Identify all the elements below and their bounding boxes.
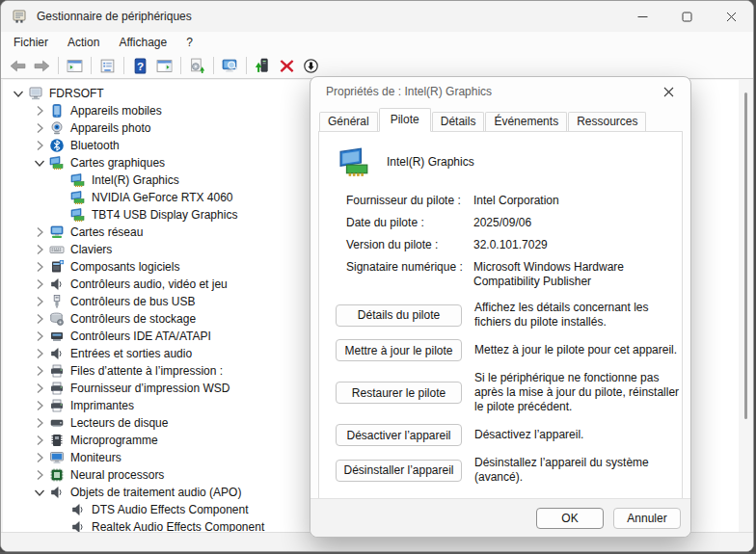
toolbar-separator [123, 57, 124, 74]
uninstall-device-button[interactable]: Désinstaller l’appareil [336, 460, 462, 482]
toolbar-separator [213, 57, 214, 74]
minimize-icon [637, 12, 648, 22]
chevron-right-icon[interactable] [32, 259, 47, 275]
field-label: Version du pilote : [346, 238, 473, 252]
chevron-right-icon[interactable] [32, 224, 47, 240]
driver-field-row: Signataire numérique :Microsoft Windows … [346, 260, 682, 289]
chevron-right-icon[interactable] [32, 363, 47, 379]
field-label: Date du pilote : [346, 216, 473, 230]
keyboard-icon [49, 242, 65, 257]
chevron-right-icon[interactable] [32, 398, 47, 413]
search-computer-icon [222, 58, 238, 74]
ok-button[interactable]: OK [536, 508, 604, 529]
chevron-right-icon[interactable] [32, 277, 47, 292]
forward-arrow-icon [34, 58, 50, 74]
bluetooth-icon [49, 138, 65, 153]
menu-aide[interactable]: ? [176, 34, 202, 51]
tab-details[interactable]: Détails [432, 112, 485, 131]
chevron-right-icon[interactable] [32, 120, 47, 136]
speaker-icon [49, 485, 65, 500]
chevron-right-icon[interactable] [32, 467, 47, 483]
tree-item-label: Imprimantes [70, 399, 134, 412]
menu-action[interactable]: Action [58, 34, 109, 51]
action-description: Affichez les détails concernant les fich… [474, 301, 682, 330]
tree-item-label: FDRSOFT [49, 87, 104, 100]
chevron-right-icon[interactable] [32, 433, 47, 448]
gpu-icon [49, 155, 65, 171]
tab-ressources[interactable]: Ressources [568, 112, 646, 131]
storage-icon [49, 311, 65, 327]
chevron-right-icon[interactable] [32, 450, 47, 465]
back-arrow-icon [10, 58, 26, 74]
chevron-down-icon[interactable] [11, 86, 26, 101]
driver-actions: Détails du piloteAffichez les détails co… [336, 301, 682, 485]
update-driver-button[interactable]: Mettre à jour le pilote [336, 339, 462, 361]
chevron-right-icon[interactable] [32, 294, 47, 309]
tree-item-label: Contrôleurs de stockage [70, 312, 196, 326]
device-manager-icon [12, 9, 27, 24]
toolbar-scan-hardware-changes-button[interactable] [185, 55, 209, 77]
tree-item-label: Cartes graphiques [70, 156, 165, 170]
tree-indent-spacer [53, 502, 68, 517]
roll-back-driver-button[interactable]: Restaurer le pilote [336, 382, 462, 404]
driver-fields: Fournisseur du pilote :Intel Corporation… [346, 194, 682, 289]
driver-details-button[interactable]: Détails du pilote [336, 304, 462, 327]
chevron-right-icon[interactable] [32, 242, 47, 257]
tree-indent-spacer [53, 172, 68, 188]
window-controls [620, 1, 753, 32]
tree-item-label: Contrôleurs IDE ATA/ATAPI [70, 330, 211, 343]
field-label: Signataire numérique : [346, 260, 473, 289]
titlebar[interactable]: Gestionnaire de périphériques [1, 1, 753, 32]
toolbar-back-button[interactable] [6, 55, 30, 77]
dialog-close-button[interactable] [653, 81, 684, 103]
minimize-button[interactable] [620, 1, 664, 32]
tree-indent-spacer [53, 519, 68, 532]
toolbar-search-computer-button[interactable] [218, 55, 242, 77]
disable-device-button[interactable]: Désactiver l’appareil [336, 424, 462, 446]
uninstall-icon [279, 58, 295, 74]
toolbar-uninstall-device-button[interactable] [275, 55, 299, 77]
disable-icon [303, 58, 319, 74]
tree-item-label: Moniteurs [70, 451, 122, 464]
close-button[interactable] [709, 1, 753, 32]
toolbar-show-console-tree-button[interactable] [63, 55, 87, 77]
phone-icon [49, 103, 65, 119]
tree-item-label: DTS Audio Effects Component [92, 503, 249, 516]
printer-icon [49, 381, 65, 396]
toolbar-help-button[interactable]: ? [128, 55, 152, 77]
tree-item-label: TBT4 USB Display Graphics [92, 208, 237, 222]
action-description: Si le périphérique ne fonctionne pas apr… [474, 371, 682, 414]
menu-fichier[interactable]: Fichier [4, 34, 58, 51]
npu-icon [49, 467, 65, 483]
cancel-button[interactable]: Annuler [613, 508, 681, 529]
gpu-icon [70, 172, 86, 188]
toolbar-properties-button[interactable] [95, 55, 120, 77]
device-name: Intel(R) Graphics [387, 155, 474, 169]
chevron-right-icon[interactable] [32, 381, 47, 396]
chevron-down-icon[interactable] [32, 485, 47, 500]
action-description: Désactivez l’appareil. [474, 428, 682, 442]
tab-pilote[interactable]: Pilote [379, 108, 431, 132]
chevron-right-icon[interactable] [32, 346, 47, 361]
field-value: 32.0.101.7029 [473, 238, 682, 252]
chevron-right-icon[interactable] [32, 138, 47, 153]
dialog-titlebar[interactable]: Propriétés de : Intel(R) Graphics [310, 77, 690, 106]
chevron-down-icon[interactable] [32, 155, 47, 171]
toolbar-update-driver-button[interactable] [251, 55, 275, 77]
usb-icon [49, 294, 65, 309]
chevron-right-icon[interactable] [32, 311, 47, 327]
tree-scrollbar-thumb[interactable] [744, 92, 747, 419]
toolbar-show-action-pane-button[interactable] [152, 55, 176, 77]
field-value: Microsoft Windows Hardware Compatibility… [473, 260, 682, 289]
tab-general[interactable]: Général [319, 112, 378, 131]
toolbar-disable-device-button[interactable] [299, 55, 323, 77]
tree-scrollbar[interactable] [739, 80, 752, 532]
chevron-right-icon[interactable] [32, 329, 47, 344]
tab-evenements[interactable]: Événements [485, 112, 567, 131]
chevron-right-icon[interactable] [32, 103, 47, 119]
toolbar-forward-button[interactable] [30, 55, 54, 77]
maximize-icon [682, 12, 692, 22]
chevron-right-icon[interactable] [32, 415, 47, 431]
maximize-button[interactable] [664, 1, 709, 32]
menu-affichage[interactable]: Affichage [109, 34, 176, 51]
